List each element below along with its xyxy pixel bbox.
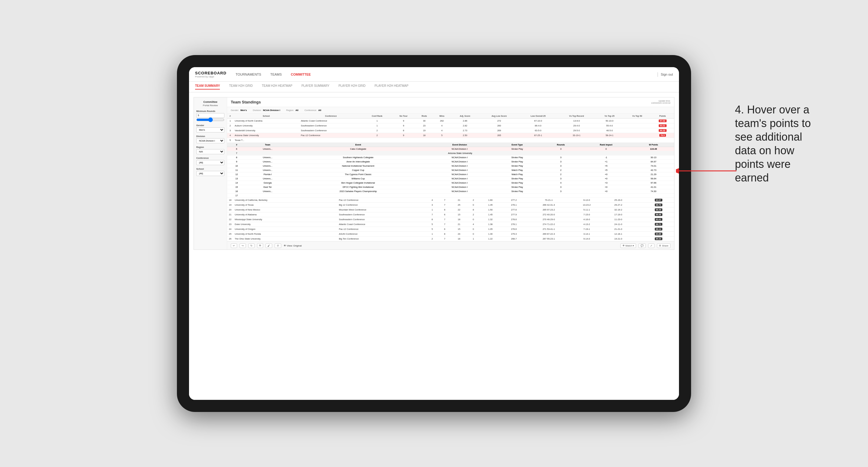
tooltip-row: 16 Univers... 2023 Sahalee Players Champ… <box>227 189 674 194</box>
report-title: Team Standings <box>231 100 261 104</box>
conference-select[interactable]: (All) <box>196 160 224 165</box>
filter-bar: Gender: Men's Division: NCAA Division I … <box>227 107 674 114</box>
subnav-team-h2h-grid[interactable]: TEAM H2H GRID <box>229 84 252 90</box>
region-select[interactable]: N/A East West <box>196 149 224 154</box>
points-badge-26[interactable]: 89.34 <box>655 238 663 240</box>
points-badge-3[interactable]: 90.32 <box>659 129 666 132</box>
table-row: 20 University of New Mexico Mountain Wes… <box>227 208 674 212</box>
main-content: Committee Portal Review Minimum Rounds G… <box>189 93 679 400</box>
sign-out-button[interactable]: Sign out <box>661 72 673 76</box>
standings-table-continued: 18 University of California, Berkeley Pa… <box>227 198 674 241</box>
paint-button[interactable]: 🖌 <box>266 244 272 248</box>
points-badge-4[interactable]: 79.5 <box>659 134 666 137</box>
app-logo: SCOREBOARD Powered by clippi <box>195 71 226 78</box>
share-button[interactable]: ⬆ Share <box>657 244 671 248</box>
col-rnds: Rnds <box>415 114 433 119</box>
nav-committee[interactable]: COMMITTEE <box>291 71 311 77</box>
report-split: Committee Portal Review Minimum Rounds G… <box>194 97 674 250</box>
table-row: 23 Duke University Atlantic Coast Confer… <box>227 222 674 227</box>
refresh-button[interactable]: ↻ <box>248 244 255 248</box>
toolbar-right: 👁 Watch ▾ 💬 ⤢ ⬆ Share <box>620 244 671 248</box>
expand-button[interactable]: ⤢ <box>648 244 654 248</box>
table-row: 21 University of Alabama Southeastern Co… <box>227 212 674 217</box>
tooltip-row: 13 Univers... Williams Cup NCAA Division… <box>227 177 674 181</box>
redo-button[interactable]: ↪ <box>240 244 246 248</box>
undo-button[interactable]: ↩ <box>231 244 237 248</box>
subnav-team-summary[interactable]: TEAM SUMMARY <box>195 84 220 90</box>
subnav-player-summary[interactable]: PLAYER SUMMARY <box>302 84 329 90</box>
col-conf-rank: Conf Rank <box>362 114 392 119</box>
division-select[interactable]: NCAA Division I NCAA Division II NCAA Di… <box>196 138 224 143</box>
table-row: 26 The Ohio State University Big Ten Con… <box>227 237 674 241</box>
tooltip-row: 9 Univers... Amer An Intercollegiate NCA… <box>227 160 674 164</box>
points-badge-1[interactable]: 97.02 <box>659 120 666 122</box>
school-label: School <box>196 167 224 170</box>
tooltip-row: 17 <box>227 194 674 198</box>
col-wins: Wins <box>433 114 450 119</box>
col-rank: # <box>227 114 233 119</box>
subnav-player-h2h-heatmap[interactable]: PLAYER H2H HEATMAP <box>374 84 408 90</box>
table-row: 19 University of Texas Big 12 Conference… <box>227 203 674 208</box>
points-badge-20[interactable]: 88.49 <box>655 208 663 211</box>
nav-teams[interactable]: TEAMS <box>270 71 282 77</box>
tooltip-col-event: Event <box>289 143 427 147</box>
subnav-team-h2h-heatmap[interactable]: TEAM H2H HEATMAP <box>262 84 292 90</box>
logo-text: SCOREBOARD <box>195 71 226 75</box>
min-rounds-label: Minimum Rounds <box>196 110 224 113</box>
min-rounds-input[interactable] <box>196 113 224 118</box>
col-school: School <box>233 114 300 119</box>
tooltip-row: 12 Florida I The Cypress Point Classic N… <box>227 173 674 177</box>
points-badge-22[interactable]: 83.41 <box>655 218 663 221</box>
table-row: 3 Vanderbilt University Southeastern Con… <box>227 128 674 133</box>
tooltip-table: # Team Event Event Division Event Type R… <box>227 143 674 198</box>
portal-conference: Conference (All) <box>196 157 224 165</box>
tooltip-row: 11 Univers... Copper Cup NCAA Division I… <box>227 168 674 173</box>
table-row: 18 University of California, Berkeley Pa… <box>227 198 674 203</box>
logo-subtext: Powered by clippi <box>195 75 226 78</box>
points-badge-23[interactable]: 88.71 <box>655 223 663 226</box>
region-label: Region <box>196 146 224 149</box>
col-vs-50: Vs Top 50 <box>623 114 651 119</box>
tooltip-row: 15 East Ter DFCC Fighting Illini Invitat… <box>227 185 674 189</box>
tooltip-col-rank: # <box>227 143 246 147</box>
copy-button[interactable]: ⧉ <box>257 243 263 248</box>
tooltip-header-row: # Team Event Event Division Event Type R… <box>227 143 674 147</box>
nav-tournaments[interactable]: TOURNAMENTS <box>236 71 261 77</box>
toolbar-left: ↩ ↪ ↻ ⧉ 🖌 ⏱ 👁 View: Original <box>231 243 302 248</box>
gender-select[interactable]: Men's Women's <box>196 127 224 132</box>
tooltip-col-division: Event Division <box>427 143 492 147</box>
table-row: 5 Texas T... <box>227 138 674 143</box>
table-row-highlighted: 4 Arizona State University Pac-12 Confer… <box>227 133 674 138</box>
gender-label: Gender <box>196 124 224 127</box>
watch-button[interactable]: 👁 Watch ▾ <box>620 244 636 248</box>
tooltip-col-points: W Points <box>633 143 674 147</box>
comment-button[interactable]: 💬 <box>639 244 646 248</box>
points-badge-25[interactable]: 83.89 <box>655 232 663 235</box>
table-row: 24 University of Oregon Pac-12 Conferenc… <box>227 227 674 232</box>
portal-division: Division NCAA Division I NCAA Division I… <box>196 135 224 143</box>
min-rounds-slider[interactable] <box>196 119 224 121</box>
points-badge-2[interactable]: 93.31 <box>659 124 666 127</box>
school-select[interactable]: (All) <box>196 171 224 176</box>
col-adj-score: Adj. Score <box>451 114 480 119</box>
tooltip-col-rounds: Rounds <box>542 143 580 147</box>
points-badge-19[interactable]: 88.70 <box>655 204 663 206</box>
points-badge-18[interactable]: 83.07 <box>655 199 663 201</box>
points-badge-24[interactable]: 88.14 <box>655 228 663 230</box>
table-row: 2 Auburn University Southeastern Confere… <box>227 123 674 128</box>
filter-gender: Gender: Men's <box>231 109 247 112</box>
points-badge-21[interactable]: 88.48 <box>655 213 663 216</box>
table-header-row: # School Conference Conf Rank No Tour Rn… <box>227 114 674 119</box>
time-button[interactable]: ⏱ <box>275 244 281 248</box>
standings-table: # School Conference Conf Rank No Tour Rn… <box>227 114 674 143</box>
red-arrow <box>676 162 737 180</box>
app-container: SCOREBOARD Powered by clippi TOURNAMENTS… <box>189 67 679 400</box>
sub-navigation: TEAM SUMMARY TEAM H2H GRID TEAM H2H HEAT… <box>189 82 679 93</box>
conference-label: Conference <box>196 157 224 159</box>
subnav-player-h2h-grid[interactable]: PLAYER H2H GRID <box>338 84 365 90</box>
report-container: Committee Portal Review Minimum Rounds G… <box>193 97 675 250</box>
col-points: Points <box>651 114 674 119</box>
portal-subtitle: Portal Review <box>196 104 224 107</box>
table-row: 1 University of North Carolina Atlantic … <box>227 119 674 123</box>
col-low-25: Low Overall 25 <box>519 114 557 119</box>
